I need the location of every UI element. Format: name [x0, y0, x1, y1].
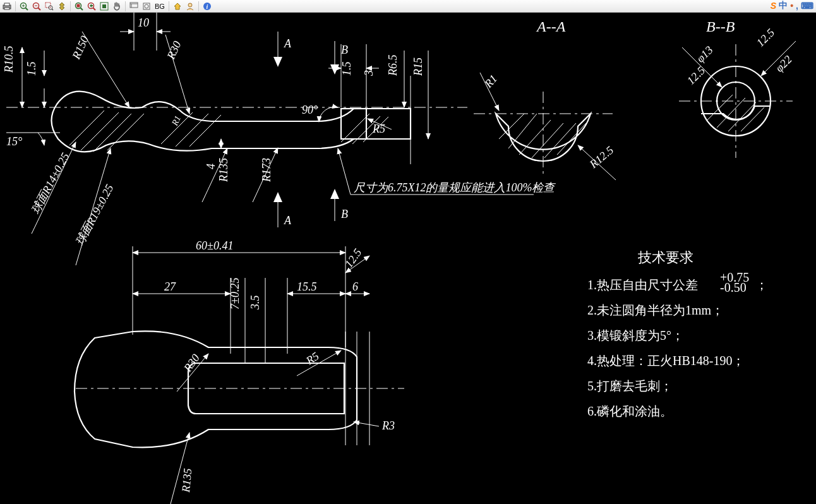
svg-rect-19	[102, 4, 106, 8]
svg-text:i: i	[207, 3, 208, 10]
zoom-dynamic-icon[interactable]	[56, 1, 68, 11]
svg-rect-15	[77, 4, 80, 7]
svg-line-70	[508, 114, 537, 148]
dim-4: 4	[205, 164, 217, 169]
dim-1-5-right: 1.5	[340, 62, 353, 76]
dim-r5-bot: R5	[303, 349, 321, 367]
svg-line-14	[81, 8, 83, 10]
svg-line-83	[728, 102, 756, 131]
section-b-top: B	[341, 44, 348, 56]
ime-frag2: ,	[796, 1, 798, 11]
svg-line-61	[32, 142, 76, 234]
section-a-bot: A	[284, 214, 292, 227]
svg-line-106	[354, 422, 379, 426]
req-line4: 4.热处理：正火HB148-190；	[587, 354, 745, 368]
cad-toolbar: BG i	[0, 0, 816, 13]
print-icon[interactable]	[1, 1, 13, 11]
dim-1-5-left: 1.5	[25, 62, 38, 76]
svg-line-8	[39, 8, 41, 10]
zoom-extents-icon[interactable]	[73, 1, 85, 11]
dim-6: 6	[352, 280, 358, 293]
svg-line-64	[338, 148, 351, 195]
dim-r1-rot: R1	[170, 114, 183, 128]
req-title: 技术要求	[637, 249, 693, 265]
svg-rect-2	[4, 8, 9, 9]
req-line2: 2.未注圆角半径为1mm；	[587, 303, 724, 317]
svg-line-31	[93, 114, 131, 152]
zoom-in-icon[interactable]	[18, 1, 30, 11]
section-b-bot: B	[341, 208, 348, 220]
section-a-top: A	[284, 37, 292, 50]
svg-line-4	[26, 8, 28, 10]
dim-27: 27	[164, 280, 176, 293]
req-line1-tol-bot: -0.50	[720, 280, 747, 294]
dim-bb-phi22: φ22	[773, 53, 795, 75]
dim-3: 3	[363, 70, 375, 76]
ime-kb-icon: ⌨	[801, 1, 813, 11]
cad-canvas[interactable]: 10 R10.5 1.5 R150 R30 15° 90° 1.5 3 R6.5…	[0, 13, 816, 504]
dim-r135-top: R135	[217, 158, 230, 183]
dim-r30-top: R30	[164, 39, 183, 62]
ime-frag1: 中	[779, 0, 788, 11]
tech-requirements: 技术要求 1.热压自由尺寸公差 +0.75 -0.50 ； 2.未注圆角半径为1…	[587, 249, 768, 418]
svg-rect-39	[341, 109, 366, 139]
dim-bb-12-5a: 12.5	[685, 64, 707, 87]
svg-line-36	[341, 114, 369, 142]
ime-badge: S 中 • , ⌨	[771, 0, 813, 11]
dim-r5-top: R5	[372, 123, 385, 135]
svg-point-24	[145, 4, 148, 8]
dim-r150: R150	[69, 34, 91, 62]
dim-r10-5: R10.5	[3, 46, 15, 74]
zoom-previous-icon[interactable]	[86, 1, 97, 11]
dim-10: 10	[138, 16, 149, 29]
zoom-all-icon[interactable]	[99, 1, 110, 11]
dim-bb-phi13: φ13	[694, 44, 716, 65]
draw-icon[interactable]	[141, 1, 152, 11]
svg-line-29	[69, 111, 104, 145]
dim-60: 60±0.41	[196, 239, 233, 252]
dim-sphere14: 球面R14±0.25	[29, 151, 72, 216]
redraw-icon[interactable]	[128, 1, 140, 11]
info-icon[interactable]: i	[201, 1, 213, 11]
dim-bb-12-5b: 12.5	[754, 26, 777, 49]
dim-3-5: 3.5	[249, 296, 261, 311]
drawing-svg: 10 R10.5 1.5 R150 R30 15° 90° 1.5 3 R6.5…	[0, 13, 816, 504]
ime-bullet-icon: •	[790, 1, 793, 11]
note-gauge: 尺寸为6.75X12的量规应能进入100%检查	[354, 181, 556, 194]
svg-line-17	[93, 8, 96, 10]
zoom-out-icon[interactable]	[31, 1, 42, 11]
svg-rect-1	[4, 3, 9, 6]
dim-15-5: 15.5	[297, 280, 317, 293]
pan-icon[interactable]	[111, 1, 123, 11]
svg-rect-10	[45, 3, 51, 8]
req-line3: 3.模锻斜度为5°；	[587, 328, 684, 342]
dim-r135-bot: R135	[179, 468, 194, 494]
dim-90deg: 90°	[302, 104, 318, 116]
req-line1b: ；	[755, 278, 768, 292]
dim-r3: R3	[381, 419, 395, 432]
label-section-aa: A--A	[536, 18, 566, 35]
dim-15deg: 15°	[6, 135, 22, 148]
bg-button[interactable]: BG	[153, 3, 166, 10]
dim-r173: R173	[260, 158, 273, 183]
dim-r15: R15	[412, 57, 424, 76]
dim-7: 7±0.25	[229, 278, 241, 309]
svg-line-69	[499, 114, 524, 139]
home-icon[interactable]	[172, 1, 183, 11]
label-section-bb: B--B	[706, 18, 735, 35]
req-line1a: 1.热压自由尺寸公差	[587, 278, 698, 292]
svg-line-81	[707, 95, 733, 120]
user-icon[interactable]	[184, 1, 196, 11]
dim-sphere19: 球面R19±0.25	[73, 183, 116, 248]
dim-r6-5: R6.5	[387, 55, 399, 77]
req-line6: 6.磷化和涂油。	[587, 404, 673, 418]
req-line5: 5.打磨去毛刺；	[587, 379, 673, 393]
dim-r30-bot: R30	[181, 352, 202, 375]
svg-point-25	[188, 3, 192, 7]
svg-line-12	[52, 9, 53, 10]
zoom-window-icon[interactable]	[44, 1, 55, 11]
svg-line-60	[253, 148, 278, 202]
ime-logo-icon: S	[771, 1, 776, 11]
svg-line-35	[189, 115, 221, 147]
svg-line-48	[82, 32, 129, 107]
